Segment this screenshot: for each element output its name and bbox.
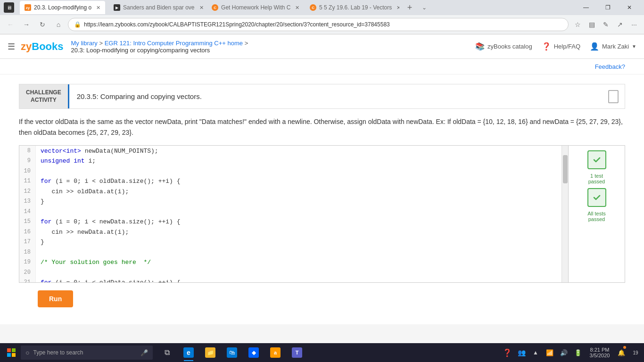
- tab-1-label: 20.3. Loop-modifying o: [34, 4, 91, 11]
- tab-1[interactable]: zy 20.3. Loop-modifying o ✕: [20, 1, 105, 14]
- test-all-text: All tests passed: [587, 211, 606, 222]
- bookmark-svg: [608, 90, 619, 103]
- pen-icon[interactable]: ✎: [600, 18, 612, 31]
- minimize-button[interactable]: —: [575, 0, 597, 15]
- help-icon-taskbar[interactable]: ❓: [501, 343, 514, 362]
- wifi-icon[interactable]: 📶: [543, 343, 556, 362]
- header-right: 📚 zyBooks catalog ❓ Help/FAQ 👤 Mark Zaki…: [475, 42, 636, 51]
- notification-area[interactable]: 🔔: [615, 343, 628, 362]
- share-icon[interactable]: ↗: [614, 18, 626, 31]
- battery-status-icon: 🔋: [574, 349, 582, 356]
- more-button[interactable]: ···: [628, 18, 640, 31]
- challenge-badge-text: CHALLENGE ACTIVITY: [26, 89, 61, 104]
- catalog-button[interactable]: 📚 zyBooks catalog: [475, 42, 532, 51]
- tab-3[interactable]: C Get Homework Help With C ✕: [207, 1, 301, 14]
- code-line-15: 15 for (i = 0; i < newData.size(); ++i) …: [19, 216, 561, 227]
- file-explorer-icon: 📁: [205, 347, 215, 358]
- code-line-8: 8 vector<int> newData(NUM_POINTS);: [19, 146, 561, 156]
- taskbar-search[interactable]: ○ Type here to search 🎤: [21, 346, 153, 360]
- code-scroll-container[interactable]: 8 vector<int> newData(NUM_POINTS); 9 uns…: [19, 146, 561, 282]
- back-button[interactable]: ←: [4, 18, 17, 31]
- notification-icon: 🔔: [618, 349, 625, 356]
- breadcrumb-sep2: >: [245, 40, 248, 47]
- challenge-badge-line1: CHALLENGE: [26, 89, 61, 96]
- microphone-icon[interactable]: 🎤: [140, 349, 148, 356]
- volume-icon[interactable]: 🔊: [557, 343, 570, 362]
- system-clock[interactable]: 8:21 PM 3/5/2020: [586, 347, 614, 358]
- forward-button[interactable]: →: [20, 18, 33, 31]
- refresh-button[interactable]: ↻: [36, 18, 49, 31]
- new-tab-button[interactable]: +: [403, 1, 416, 14]
- tab-2-label: Sanders and Biden spar ove: [123, 4, 194, 11]
- tab-4-close[interactable]: ✕: [396, 5, 399, 11]
- breadcrumb-library[interactable]: My library: [71, 40, 98, 47]
- help-button[interactable]: ❓ Help/FAQ: [542, 42, 580, 51]
- test-1-text: 1 test passed: [588, 173, 605, 184]
- taskbar-task-view[interactable]: ⧉: [157, 343, 177, 362]
- line-content-11: for (i = 0; i < oldData.size(); ++i) {: [36, 176, 561, 186]
- app-header: ☰ zyBooks My library > EGR 121: Intro Co…: [0, 34, 644, 59]
- main-content: Feedback? CHALLENGE ACTIVITY 20.3.5: Com…: [0, 59, 644, 344]
- address-input[interactable]: 🔒 https://learn.zybooks.com/zybook/CALBA…: [68, 18, 569, 31]
- zy-logo[interactable]: zyBooks: [21, 41, 64, 53]
- code-editor[interactable]: 8 vector<int> newData(NUM_POINTS); 9 uns…: [19, 146, 561, 282]
- tab-3-close[interactable]: ✕: [295, 5, 299, 11]
- window-close-button[interactable]: ✕: [619, 0, 640, 15]
- tab-2-close[interactable]: ✕: [199, 5, 204, 11]
- up-arrow-icon[interactable]: ▲: [529, 343, 542, 362]
- line-num-14: 14: [19, 206, 36, 217]
- notification-count-badge[interactable]: 19: [629, 343, 642, 362]
- tab-4-label: 5 5 Zy 19.6. Lab 19 - Vectors: [319, 4, 392, 11]
- hamburger-menu[interactable]: ☰: [8, 41, 15, 52]
- taskbar-teams[interactable]: T: [287, 343, 307, 362]
- tab-1-close[interactable]: ✕: [96, 5, 100, 11]
- line-num-12: 12: [19, 186, 36, 197]
- zybooks-app: ☰ zyBooks My library > EGR 121: Intro Co…: [0, 34, 644, 344]
- notification-dot: [623, 346, 626, 349]
- bookmark-icon[interactable]: [602, 84, 625, 108]
- start-button[interactable]: [2, 343, 21, 362]
- run-button[interactable]: Run: [38, 290, 73, 307]
- line-num-21: 21: [19, 277, 36, 282]
- challenge-section: CHALLENGE ACTIVITY 20.3.5: Comparing and…: [0, 74, 644, 324]
- clock-date: 3/5/2020: [590, 353, 610, 358]
- test-1-badge: [587, 150, 606, 169]
- user-icon: 👤: [590, 42, 599, 51]
- tab-3-favicon: C: [212, 4, 218, 11]
- teams-icon: T: [292, 347, 302, 358]
- people-icon[interactable]: 👥: [515, 343, 528, 362]
- tab-overflow-button[interactable]: ⌄: [420, 4, 429, 11]
- breadcrumb-course[interactable]: EGR 121: Intro Computer Programming C++ …: [105, 40, 243, 47]
- scroll-thumb[interactable]: [563, 155, 568, 183]
- tab-2[interactable]: ▶ Sanders and Biden spar ove ✕: [109, 1, 203, 14]
- maximize-button[interactable]: ❐: [597, 0, 619, 15]
- code-lines: 8 vector<int> newData(NUM_POINTS); 9 uns…: [19, 146, 561, 282]
- feedback-link[interactable]: Feedback?: [595, 63, 625, 70]
- challenge-title: 20.3.5: Comparing and copying vectors.: [69, 84, 602, 108]
- speaker-icon: 🔊: [560, 349, 568, 356]
- line-num-8: 8: [19, 146, 36, 156]
- address-icons: ☆ ▤ ✎ ↗ ···: [571, 18, 640, 31]
- taskbar-edge[interactable]: e: [178, 343, 199, 362]
- taskbar-dropbox[interactable]: ◆: [243, 343, 264, 362]
- browser-system-icon: 🖥: [4, 2, 14, 13]
- bookmark-star-icon[interactable]: ☆: [571, 18, 584, 31]
- battery-icon[interactable]: 🔋: [571, 343, 585, 362]
- reader-view-icon[interactable]: ▤: [586, 18, 598, 31]
- home-button[interactable]: ⌂: [52, 18, 65, 31]
- taskbar-file-explorer[interactable]: 📁: [200, 343, 221, 362]
- test-all-badge: [587, 188, 606, 207]
- code-line-13: 13 }: [19, 196, 561, 206]
- user-menu[interactable]: 👤 Mark Zaki ▼: [590, 42, 636, 51]
- tab-1-favicon: zy: [25, 4, 31, 11]
- tab-4[interactable]: C 5 5 Zy 19.6. Lab 19 - Vectors ✕: [305, 1, 399, 14]
- window-controls: — ❐ ✕: [575, 0, 640, 15]
- dropbox-icon: ◆: [248, 347, 259, 358]
- taskbar-store[interactable]: 🛍: [222, 343, 242, 362]
- catalog-icon: 📚: [475, 42, 485, 51]
- code-scrollbar[interactable]: [561, 146, 568, 282]
- svg-rect-2: [12, 348, 16, 352]
- taskbar-amazon[interactable]: a: [265, 343, 286, 362]
- code-line-10: 10: [19, 166, 561, 176]
- code-line-18: 18: [19, 247, 561, 257]
